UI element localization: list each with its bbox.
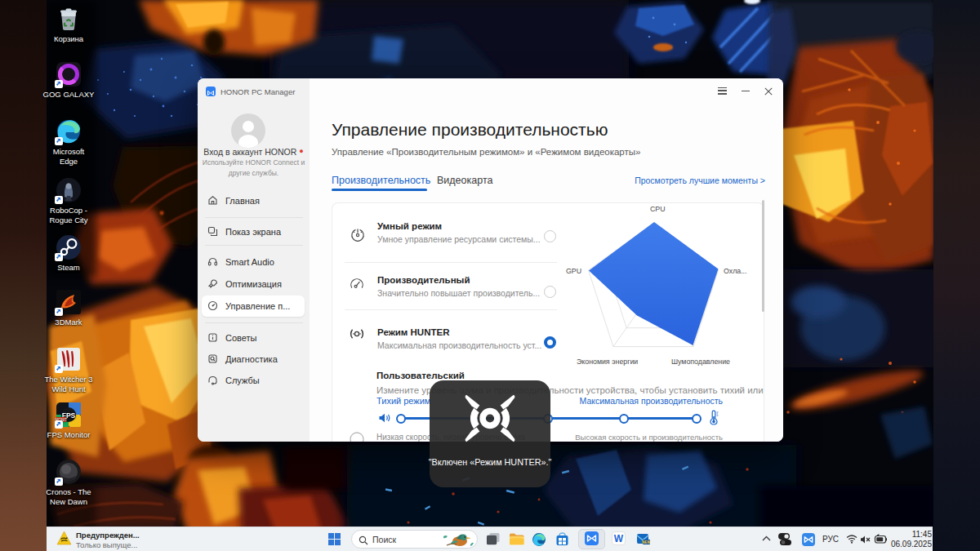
svg-text:Экономия энергии: Экономия энергии xyxy=(577,358,638,366)
svg-text:CPU: CPU xyxy=(650,205,666,213)
svg-text:Охла...: Охла... xyxy=(724,267,747,275)
svg-text:NEW: NEW xyxy=(642,540,650,544)
svg-text:GPU: GPU xyxy=(566,267,581,275)
svg-text:Шумоподавление: Шумоподавление xyxy=(671,358,730,366)
